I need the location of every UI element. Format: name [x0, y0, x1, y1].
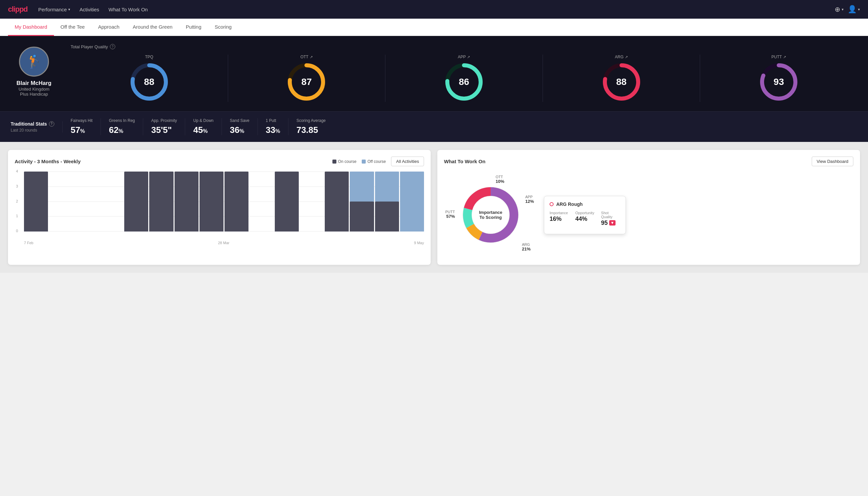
bar-group-9: [250, 172, 273, 232]
off-course-dot: [362, 159, 366, 164]
avatar: 🏌️: [19, 47, 49, 77]
stat-sandsave-label: Sand Save: [230, 118, 250, 123]
activity-card-header: Activity - 3 Months - Weekly On course O…: [15, 157, 424, 166]
add-button[interactable]: ⊕ ▾: [835, 5, 844, 13]
bar-group-3: [99, 172, 123, 232]
bar-group-7: [200, 172, 223, 232]
trad-help-icon[interactable]: ?: [49, 121, 54, 127]
bar-group-8: [224, 172, 249, 232]
on-course-bar: [24, 172, 48, 232]
chevron-down-icon: ▾: [68, 7, 70, 12]
nav-activities[interactable]: Activities: [80, 5, 99, 14]
donut-center: Importance To Scoring: [479, 210, 502, 220]
off-course-bar: [400, 172, 424, 232]
stat-1putt-label: 1 Putt: [266, 118, 276, 123]
on-course-bar: [325, 172, 349, 232]
user-menu[interactable]: 👤 ▾: [848, 5, 860, 14]
score-label-putt: PUTT ↗: [771, 55, 786, 59]
nav-what-to-work-on[interactable]: What To Work On: [109, 5, 148, 14]
wtwo-card-title: What To Work On: [444, 158, 485, 164]
view-dashboard-button[interactable]: View Dashboard: [812, 157, 853, 166]
stat-proximity-label: App. Proximity: [151, 118, 177, 123]
bar-chart-area: 4 3 2 1 0 7 Feb 28 Mar 9 May: [15, 172, 424, 245]
arg-trend-icon: ↗: [625, 55, 628, 59]
score-label-ott: OTT ↗: [300, 55, 313, 59]
trend-down-badge: ▼: [609, 220, 616, 226]
ring-app: 86: [444, 62, 484, 102]
stat-fairways: Fairways Hit 57%: [63, 118, 101, 135]
help-icon[interactable]: ?: [110, 44, 115, 49]
score-label-arg: ARG ↗: [615, 55, 628, 59]
user-icon: 👤: [848, 5, 857, 14]
bar-group-10: [275, 172, 299, 232]
trad-stats-title: Traditional Stats ?: [11, 121, 54, 127]
on-course-bar: [200, 172, 223, 232]
ring-tpq: 88: [129, 62, 169, 102]
stat-fairways-label: Fairways Hit: [70, 118, 93, 123]
tab-my-dashboard[interactable]: My Dashboard: [8, 19, 54, 36]
stat-1putt-value: 33%: [266, 125, 280, 135]
donut-label-app: APP 12%: [525, 195, 534, 204]
on-course-bar: [224, 172, 249, 232]
ring-value-putt: 93: [774, 77, 784, 87]
tab-off-the-tee[interactable]: Off the Tee: [54, 19, 92, 36]
scores-grid: TPQ 88 OTT ↗: [70, 55, 857, 102]
player-info: 🏌️ Blair McHarg United Kingdom Plus Hand…: [11, 44, 57, 97]
tooltip-opportunity-value: 44%: [575, 216, 594, 222]
bar-group-13: [350, 172, 374, 232]
on-course-bar: [149, 172, 173, 232]
score-label-tpq: TPQ: [145, 55, 153, 59]
tooltip-shot-quality: Shot Quality 95 ▼: [601, 211, 620, 227]
ring-ott: 87: [286, 62, 327, 102]
main-content: Activity - 3 Months - Weekly On course O…: [0, 142, 868, 273]
ring-value-app: 86: [459, 77, 469, 87]
all-activities-button[interactable]: All Activities: [391, 157, 424, 166]
score-tpq: TPQ 88: [70, 55, 228, 102]
tab-approach[interactable]: Approach: [91, 19, 126, 36]
nav-right: ⊕ ▾ 👤 ▾: [835, 5, 860, 14]
donut-area: Importance To Scoring PUTT 57% OTT 10% A…: [444, 172, 537, 258]
app-trend-icon: ↗: [467, 55, 470, 59]
tooltip-shot-quality-label: Shot Quality: [601, 211, 620, 219]
ring-value-arg: 88: [616, 77, 627, 87]
stat-proximity: App. Proximity 35'5": [143, 118, 185, 135]
logo[interactable]: clippd: [8, 5, 28, 14]
tooltip-importance-label: Importance: [550, 211, 569, 215]
stat-gir: Greens In Reg 62%: [101, 118, 143, 135]
wtwo-content: Importance To Scoring PUTT 57% OTT 10% A…: [444, 172, 853, 258]
plus-circle-icon: ⊕: [835, 5, 840, 13]
chart-legend: On course Off course: [332, 159, 386, 164]
legend-on-course: On course: [332, 159, 357, 164]
on-course-bar: [124, 172, 148, 232]
on-course-bar: [350, 202, 374, 232]
tab-putting[interactable]: Putting: [179, 19, 208, 36]
stat-updown: Up & Down 45%: [185, 118, 222, 135]
tooltip-title: ARG Rough: [550, 202, 620, 207]
nav-links: Performance ▾ Activities What To Work On: [38, 5, 824, 14]
what-to-work-on-card: What To Work On View Dashboard Importanc…: [437, 150, 860, 265]
ott-trend-icon: ↗: [310, 55, 313, 59]
stat-1putt: 1 Putt 33%: [258, 118, 288, 135]
add-arrow-icon: ▾: [842, 7, 844, 12]
bar-group-5: [149, 172, 173, 232]
tooltip-importance: Importance 16%: [550, 211, 569, 227]
stat-proximity-value: 35'5": [151, 125, 172, 135]
donut-label-putt: PUTT 57%: [445, 210, 455, 219]
stats-bar: Traditional Stats ? Last 20 rounds Fairw…: [0, 111, 868, 142]
wtwo-card-header: What To Work On View Dashboard: [444, 157, 853, 166]
scores-title: Total Player Quality ?: [70, 44, 857, 49]
tooltip-metrics-row: Importance 16% Opportunity 44% Shot Qual…: [550, 211, 620, 227]
donut-center-line2: To Scoring: [479, 215, 502, 220]
stat-scoring-avg-value: 73.85: [297, 125, 318, 135]
stat-gir-label: Greens In Reg: [109, 118, 135, 123]
bars-wrapper: [24, 172, 424, 232]
tabs-bar: My Dashboard Off the Tee Approach Around…: [0, 19, 868, 36]
stat-gir-value: 62%: [109, 125, 123, 135]
tab-scoring[interactable]: Scoring: [208, 19, 238, 36]
trad-stats-period: Last 20 rounds: [11, 128, 37, 133]
on-course-bar: [175, 172, 199, 232]
off-course-bar: [350, 172, 374, 202]
tab-around-the-green[interactable]: Around the Green: [126, 19, 179, 36]
wtwo-tooltip-card: ARG Rough Importance 16% Opportunity 44%…: [544, 196, 626, 234]
nav-performance[interactable]: Performance ▾: [38, 5, 70, 14]
